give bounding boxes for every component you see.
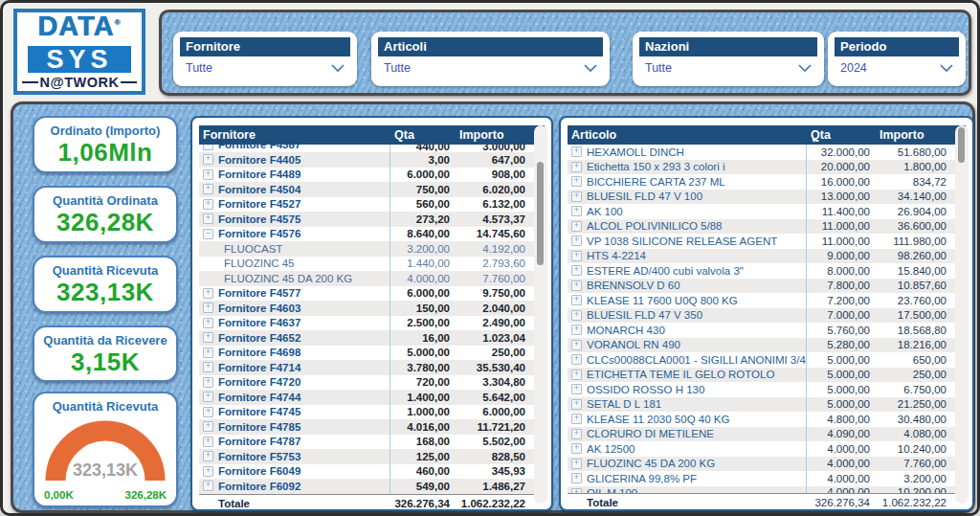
chevron-down-icon[interactable] (798, 64, 812, 73)
expand-icon[interactable]: + (571, 384, 582, 394)
expand-icon[interactable]: + (203, 184, 213, 194)
expand-icon[interactable]: + (571, 354, 582, 365)
chevron-down-icon[interactable] (940, 64, 953, 73)
expand-icon[interactable]: + (203, 332, 213, 343)
table-row[interactable]: +Fornitore F47143.780,0035.530,40 (199, 360, 545, 375)
expand-icon[interactable]: + (203, 481, 213, 491)
table-row[interactable]: +AK 10011.400,0026.904,00 (568, 204, 966, 219)
chevron-down-icon[interactable] (584, 64, 597, 73)
table-row[interactable]: +FLUOZINC 45 DA 200 KG4.000,007.760,00 (568, 457, 966, 472)
expand-icon[interactable]: + (203, 318, 213, 328)
scrollbar-track[interactable] (534, 125, 547, 504)
table-row[interactable]: −Fornitore F45768.640,0014.745,60 (199, 227, 545, 242)
column-header[interactable]: Importo (876, 125, 952, 145)
table-row[interactable]: +Fornitore F465216,001.023,04 (199, 330, 545, 346)
expand-icon[interactable]: + (571, 459, 582, 469)
expand-icon[interactable]: + (203, 348, 213, 358)
expand-icon[interactable]: + (571, 251, 582, 261)
expand-icon[interactable]: + (203, 377, 213, 388)
table-row[interactable]: +Fornitore F47441.400,005.642,00 (199, 390, 545, 405)
table-row[interactable]: +OSSIDO ROSSO H 1305.000,006.750,00 (568, 382, 966, 397)
expand-icon[interactable]: + (571, 473, 582, 483)
slicer-articoli[interactable]: Articoli Tutte (371, 32, 610, 86)
table-row[interactable]: FLUOZINC 45 DA 200 KG4.000,007.760,00 (199, 271, 545, 286)
expand-icon[interactable]: + (571, 265, 582, 276)
expand-icon[interactable]: + (571, 176, 582, 187)
collapse-icon[interactable]: − (203, 229, 213, 239)
expand-icon[interactable]: + (203, 154, 213, 165)
table-row[interactable]: +Fornitore F4527560,006.132,00 (199, 197, 545, 213)
expand-icon[interactable]: + (203, 466, 213, 477)
table-row[interactable]: +BLUESIL FLD 47 V 3507.000,0017.500,00 (568, 308, 966, 324)
expand-icon[interactable]: + (571, 443, 582, 454)
table-row[interactable]: +ETICHETTA TEME IL GELO ROTOLO5.000,0025… (568, 368, 966, 383)
expand-icon[interactable]: + (571, 340, 582, 350)
table-row[interactable]: +Fornitore F4504750,006.020,00 (199, 182, 545, 197)
slicer-periodo[interactable]: Periodo 2024 (828, 32, 966, 86)
scrollbar-thumb[interactable] (537, 162, 544, 265)
expand-icon[interactable]: + (203, 407, 213, 417)
table-row[interactable]: +VP 1038 SILICONE RELEASE AGENT11.000,00… (568, 234, 966, 249)
scrollbar-thumb[interactable] (958, 127, 965, 163)
column-header[interactable]: Articolo (568, 125, 807, 145)
expand-icon[interactable]: + (571, 370, 582, 380)
table-row[interactable]: +Fornitore F4787168,005.502,00 (199, 435, 545, 450)
expand-icon[interactable]: + (571, 236, 582, 246)
table-row[interactable]: +MONARCH 4305.760,0018.568,80 (568, 323, 966, 338)
table-row[interactable]: +Fornitore F6092549,001.486,27 (199, 479, 545, 494)
expand-icon[interactable]: + (571, 429, 582, 439)
table-row[interactable]: +Fornitore F45776.000,009.750,00 (199, 286, 545, 302)
table-row[interactable]: +Fornitore F4720720,003.304,80 (199, 375, 545, 391)
table-row[interactable]: +ALCOL POLIVINILICO 5/8811.000,0036.600,… (568, 219, 966, 235)
expand-icon[interactable]: + (203, 199, 213, 210)
expand-icon[interactable]: + (571, 162, 582, 172)
column-header[interactable]: Fornitore (199, 125, 390, 145)
table-row[interactable]: +BRENNSOLV D 607.800,0010.857,60 (568, 279, 966, 294)
column-header[interactable]: Importo (456, 125, 531, 145)
table-row[interactable]: +VORANOL RN 4905.280,0018.216,00 (568, 338, 966, 353)
expand-icon[interactable]: + (571, 414, 582, 424)
table-row[interactable]: +Fornitore F44053,00647,00 (199, 152, 545, 168)
expand-icon[interactable]: + (571, 146, 582, 157)
table-row[interactable]: +KLEASE 11 2030 50Q 40 KG4.800,0030.480,… (568, 412, 966, 427)
table-row[interactable]: +Etichetta 150 x 293 3 colori i20.000,00… (568, 160, 966, 175)
slicer-value[interactable]: Tutte (384, 61, 411, 75)
table-row[interactable]: +Fornitore F6049460,00345,93 (199, 464, 545, 480)
expand-icon[interactable]: + (203, 145, 213, 150)
table-row[interactable]: +ESTERE AD/400 cubi valvola 3"8.000,0015… (568, 263, 966, 279)
scrollbar-track[interactable] (955, 125, 969, 504)
expand-icon[interactable]: + (571, 206, 582, 216)
expand-icon[interactable]: + (203, 303, 213, 313)
table-row[interactable]: +Fornitore F4387440,003.000,00 (199, 145, 545, 152)
expand-icon[interactable]: + (571, 325, 582, 335)
slicer-value[interactable]: 2024 (840, 61, 867, 75)
slicer-value[interactable]: Tutte (645, 61, 672, 75)
table-row[interactable]: +BICCHIERE CARTA 237 ML16.000,00834,72 (568, 174, 966, 190)
table-row[interactable]: +BLUESIL FLD 47 V 10013.000,0034.140,00 (568, 190, 966, 205)
table-row[interactable]: +CLORURO DI METILENE4.090,004.080,00 (568, 427, 966, 442)
expand-icon[interactable]: + (571, 399, 582, 410)
expand-icon[interactable]: + (571, 488, 582, 493)
expand-icon[interactable]: + (203, 213, 213, 224)
expand-icon[interactable]: + (203, 421, 213, 432)
expand-icon[interactable]: + (203, 362, 213, 372)
table-row[interactable]: FLUOZINC 451.440,002.793,60 (199, 257, 545, 272)
table-row[interactable]: +Fornitore F5753125,00828,50 (199, 449, 545, 464)
expand-icon[interactable]: + (203, 169, 213, 180)
expand-icon[interactable]: + (571, 310, 582, 321)
table-row[interactable]: +CLCs00088CLA0001 - SIGILLI ANONIMI 3/4"… (568, 352, 966, 368)
expand-icon[interactable]: + (203, 437, 213, 447)
table-row[interactable]: +Fornitore F4603150,002.040,00 (199, 301, 545, 316)
expand-icon[interactable]: + (571, 280, 582, 291)
chevron-down-icon[interactable] (331, 64, 345, 73)
column-header[interactable]: Qta (390, 125, 456, 145)
expand-icon[interactable]: + (203, 451, 213, 461)
expand-icon[interactable]: + (571, 221, 582, 232)
table-row[interactable]: +OIL M 1004.000,0010.200,00 (568, 486, 966, 493)
expand-icon[interactable]: + (571, 191, 582, 202)
column-header[interactable]: Qta▼ (807, 125, 876, 145)
table-row[interactable]: +Fornitore F47451.000,006.000,00 (199, 405, 545, 420)
slicer-value[interactable]: Tutte (186, 61, 212, 75)
table-row[interactable]: +SETAL D L 1815.000,0021.250,00 (568, 397, 966, 413)
expand-icon[interactable]: + (203, 288, 213, 299)
